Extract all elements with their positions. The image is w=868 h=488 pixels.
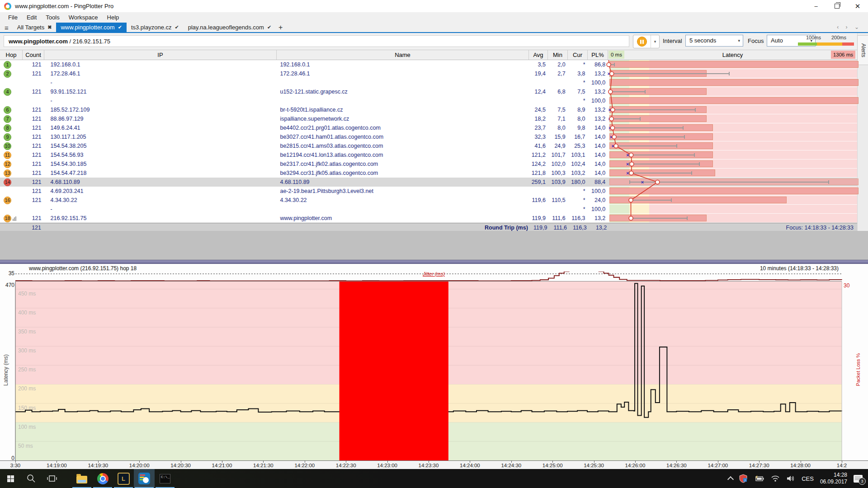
pane-splitter[interactable] [0,260,868,264]
col-hop[interactable]: Hop [0,50,23,60]
latency-graph-cell [609,141,857,150]
pl-cell: 14,0 [590,152,610,158]
close-tab-icon[interactable]: ✖ [47,24,52,30]
menu-edit[interactable]: Edit [22,12,41,23]
taskbar-file-explorer[interactable] [71,469,92,488]
target-address-box[interactable]: www.pingplotter.com / 216.92.151.75 [4,35,629,47]
table-row[interactable]: 8121149.6.24.41be4402.ccr21.prg01.atlas.… [0,123,857,132]
pl-cell: 13,2 [590,70,610,77]
tab-scroll-controls[interactable]: ‹ › ⌄ [837,24,862,30]
x-tick-label: 14:27:00 [702,463,734,468]
table-row[interactable]: 2121172.28.46.1172.28.46.119,42,73,813,2 [0,69,857,78]
clock-date: 06.09.2017 [820,479,847,485]
antivirus-shield-icon[interactable]: i [739,474,747,483]
x-tick-label: 3:30 [0,463,31,468]
name-cell: 4.68.110.89 [278,179,531,185]
table-row[interactable]: 9121130.117.1.205be3027.ccr41.ham01.atla… [0,132,857,141]
taskbar-league-of-legends[interactable]: L [113,469,134,488]
ip-cell: 4.69.203.241 [44,188,278,194]
summary-cur: 116,3 [571,225,591,231]
table-row[interactable]: -*100,0 [0,205,857,214]
alerts-tab[interactable]: Alerts [857,35,868,65]
hamburger-icon[interactable]: ≡ [0,24,13,32]
avg-cell: 12,4 [531,89,550,95]
hop-cell: 8 [0,123,23,132]
tab-www.pingplotter.com[interactable]: www.pingplotter.com✔ [56,23,126,32]
battery-icon[interactable]: ⚡ [754,475,764,482]
focus-value: Auto [771,37,783,44]
taskbar-chrome[interactable] [92,469,113,488]
table-row[interactable]: 1214.69.203.241ae-2-19.bear1.Pittsburgh3… [0,187,857,196]
table-row[interactable]: 141214.68.110.894.68.110.89259,1103,9180… [0,178,857,187]
x-tick-label: 14:2 [826,463,858,468]
taskbar-pingplotter[interactable] [134,469,155,488]
pause-dropdown-button[interactable]: ▾ [651,35,659,48]
speaker-icon[interactable] [786,475,795,482]
tab-play.na.leagueoflegends.com[interactable]: play.na.leagueoflegends.com✔ [184,23,276,32]
col-latency[interactable]: 0 ms Latency 1306 ms [608,50,857,60]
start-button[interactable] [0,469,21,488]
col-avg[interactable]: Avg [529,50,548,60]
tab-all-targets[interactable]: All Targets ✖ [13,23,57,32]
col-ip[interactable]: IP [44,50,277,60]
col-count[interactable]: Count [23,50,44,60]
close-button[interactable]: ✕ [847,0,868,12]
cur-cell: 8,9 [570,107,590,113]
ip-cell: 192.168.0.1 [44,61,278,68]
new-tab-button[interactable]: + [276,23,287,32]
menu-help[interactable]: Help [103,12,124,23]
avg-cell: 119,6 [531,197,550,203]
focus-label: Focus [748,38,764,44]
latency-scale-min: 0 ms [609,51,624,59]
table-row[interactable]: 12121154.54.30.185be2317.ccr41.jfk02.atl… [0,160,857,169]
task-view-button[interactable] [42,469,62,488]
taskbar-clock[interactable]: 14:28 06.09.2017 [820,472,847,485]
search-button[interactable] [21,469,42,488]
count-cell: 121 [23,161,44,167]
language-indicator[interactable]: CES [802,475,814,482]
table-row[interactable]: -*100,0 [0,78,857,87]
col-min[interactable]: Min [548,50,568,60]
target-host: www.pingplotter.com [9,38,68,45]
latency-timeline-chart[interactable]: 450 ms400 ms350 ms300 ms250 ms200 ms150 … [0,282,868,460]
min-cell: 15,9 [550,134,570,140]
x-tick-label: 14:19:30 [82,463,114,468]
table-row[interactable]: 712188.86.97.129ispalliance.supernetwork… [0,114,857,123]
action-center-button[interactable]: 3 [854,475,863,483]
tray-expand-icon[interactable] [727,476,734,483]
restore-button[interactable] [826,0,847,12]
col-name[interactable]: Name [277,50,529,60]
wifi-icon[interactable] [771,475,780,482]
menu-workspace[interactable]: Workspace [64,12,103,23]
menu-file[interactable]: File [4,12,22,23]
svg-text:200 ms: 200 ms [18,385,36,392]
background-gap [0,231,868,260]
menu-tools[interactable]: Tools [41,12,64,23]
tab-label: www.pingplotter.com [61,24,114,31]
table-row[interactable]: -*100,0 [0,96,857,105]
col-pl[interactable]: PL% [588,50,608,60]
min-cell: 2,0 [550,61,570,68]
minimize-button[interactable]: – [806,0,826,12]
table-row[interactable]: 11121154.54.56.93be12194.ccr41.lon13.atl… [0,150,857,160]
table-row[interactable]: 1121192.168.0.1192.168.0.13,52,0*86,8 [0,60,857,69]
x-tick-label: 14:20:00 [123,463,155,468]
col-cur[interactable]: Cur [568,50,588,60]
table-row[interactable]: 412193.91.152.121u152-121.static.grapesc… [0,87,857,96]
table-row[interactable]: 13121154.54.47.218be3294.ccr31.jfk05.atl… [0,169,857,178]
table-row[interactable]: 18121216.92.151.75www.pingplotter.com119… [0,214,857,223]
hop-cell: 10 [0,141,23,150]
target-separator: / [68,38,73,45]
taskbar-command-prompt[interactable]: C:\_ [155,469,175,488]
table-row[interactable]: 6121185.52.172.109br-t-5920t1.ispallianc… [0,105,857,114]
checkmark-icon: ✔ [118,24,122,30]
pause-button[interactable] [633,35,651,48]
interval-select[interactable]: 5 seconds▾ [685,35,743,47]
table-row[interactable]: 10121154.54.38.205be2815.ccr41.ams03.atl… [0,141,857,150]
pl-cell: 88,4 [590,179,610,185]
pl-cell: 14,0 [590,125,610,131]
tab-ts3.playzone.cz[interactable]: ts3.playzone.cz✔ [127,23,184,32]
latency-graph-cell [609,160,857,169]
hop-number-badge: 9 [4,133,11,141]
table-row[interactable]: 161214.34.30.224.34.30.22119,6110,5*24,0 [0,196,857,205]
